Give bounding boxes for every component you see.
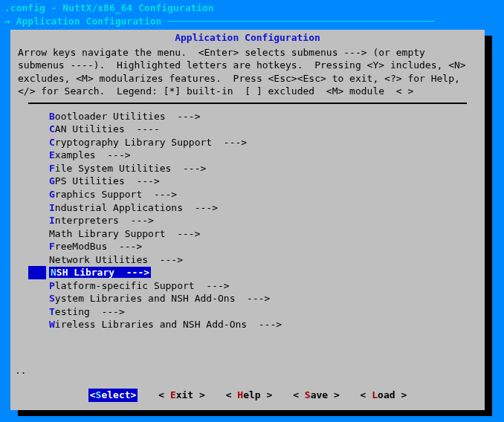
menu-list[interactable]: Bootloader Utilities --->CAN Utilities -… [28, 103, 467, 364]
menu-item[interactable]: File System Utilities ---> [28, 162, 467, 175]
title-bar: .config - NuttX/x86_64 Configuration → A… [0, 0, 504, 27]
panel-title: Application Configuration [10, 30, 485, 45]
load-button[interactable]: < Load > [361, 389, 407, 402]
menu-item[interactable]: NSH Library ---> [28, 266, 467, 279]
divider: ────────────────────────────────────────… [161, 16, 435, 27]
menu-item[interactable]: System Libraries and NSH Add-Ons ---> [28, 292, 467, 305]
config-panel: Application Configuration Arrow keys nav… [10, 30, 485, 410]
menu-item[interactable]: Bootloader Utilities ---> [28, 110, 467, 123]
breadcrumb: Application Configuration [16, 16, 162, 27]
menu-item[interactable]: Wireless Libraries and NSH Add-Ons ---> [28, 318, 467, 331]
title-line-1: .config - NuttX/x86_64 Configuration [4, 1, 500, 15]
menu-item[interactable]: Testing ---> [28, 305, 467, 319]
menu-item[interactable]: Network Utilities ---> [28, 253, 467, 267]
menu-item[interactable]: Cryptography Library Support ---> [28, 136, 467, 149]
help-button[interactable]: < Help > [226, 389, 273, 402]
menu-item[interactable]: Math Library Support ---> [28, 227, 467, 241]
button-row: <Select> < Exit > < Help > < Save > < Lo… [10, 377, 485, 402]
scroll-indicator: .. [10, 364, 485, 377]
save-button[interactable]: < Save > [293, 389, 340, 402]
title-line-2: → Application Configuration ────────────… [4, 15, 500, 28]
menu-item[interactable]: Examples ---> [28, 149, 467, 162]
menu-item[interactable]: Graphics Support ---> [28, 188, 467, 201]
menu-item[interactable]: GPS Utilities ---> [28, 175, 467, 188]
exit-button[interactable]: < Exit > [158, 389, 205, 402]
menu-item[interactable]: FreeModBus ---> [28, 240, 467, 253]
menu-item[interactable]: Platform-specific Support ---> [28, 279, 467, 293]
help-text: Arrow keys navigate the menu. <Enter> se… [10, 45, 485, 101]
menu-item[interactable]: Industrial Applications ---> [28, 201, 467, 215]
menu-item[interactable]: Interpreters ---> [28, 214, 467, 227]
menu-item[interactable]: CAN Utilities ---- [28, 123, 467, 136]
select-button[interactable]: <Select> [88, 389, 138, 402]
arrow-icon: → [4, 16, 16, 27]
